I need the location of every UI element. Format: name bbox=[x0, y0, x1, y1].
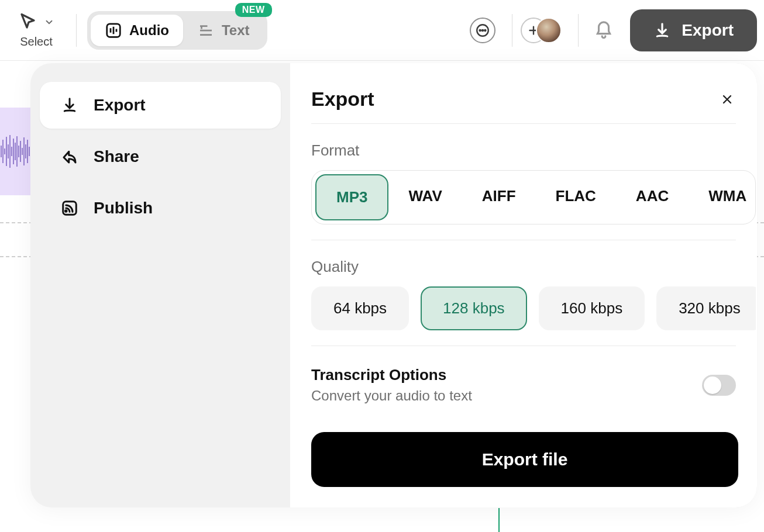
rss-icon bbox=[60, 199, 80, 217]
mode-audio-label: Audio bbox=[129, 22, 169, 39]
divider bbox=[311, 123, 736, 124]
waveform-icon bbox=[105, 22, 122, 39]
sidebar-item-publish[interactable]: Publish bbox=[40, 185, 281, 232]
format-options: MP3 WAV AIFF FLAC AAC WMA bbox=[311, 170, 756, 224]
format-option-aac[interactable]: AAC bbox=[616, 174, 689, 220]
svg-point-2 bbox=[480, 29, 481, 30]
transcript-options-row: Transcript Options Convert your audio to… bbox=[311, 366, 736, 404]
transcript-title: Transcript Options bbox=[311, 366, 472, 384]
avatar[interactable] bbox=[536, 18, 562, 43]
format-option-flac[interactable]: FLAC bbox=[536, 174, 616, 220]
close-button[interactable] bbox=[718, 91, 736, 108]
export-file-button[interactable]: Export file bbox=[311, 432, 738, 487]
quality-section-label: Quality bbox=[311, 258, 736, 276]
export-button[interactable]: Export bbox=[630, 9, 757, 51]
mode-toggle: Audio Text NEW bbox=[87, 11, 267, 50]
sidebar-item-export[interactable]: Export bbox=[40, 82, 281, 129]
quality-option-128[interactable]: 128 kbps bbox=[421, 286, 527, 330]
chat-button[interactable] bbox=[470, 18, 495, 43]
download-icon bbox=[653, 22, 671, 39]
cursor-icon bbox=[18, 12, 39, 33]
format-option-mp3[interactable]: MP3 bbox=[315, 174, 388, 220]
transcript-subtitle: Convert your audio to text bbox=[311, 388, 472, 404]
download-icon bbox=[60, 96, 80, 114]
mode-text[interactable]: Text bbox=[183, 15, 264, 46]
sidebar-item-label: Export bbox=[94, 96, 146, 115]
divider bbox=[311, 346, 736, 346]
select-tool[interactable]: Select bbox=[7, 12, 66, 49]
bell-icon bbox=[594, 20, 614, 40]
quality-option-64[interactable]: 64 kbps bbox=[311, 286, 409, 330]
select-label: Select bbox=[20, 35, 53, 49]
divider bbox=[311, 240, 736, 240]
chat-icon bbox=[475, 23, 490, 38]
svg-point-4 bbox=[485, 29, 486, 30]
format-option-aiff[interactable]: AIFF bbox=[462, 174, 536, 220]
waveform-preview bbox=[0, 108, 30, 195]
quality-options: 64 kbps 128 kbps 160 kbps 320 kbps bbox=[311, 286, 756, 330]
mode-audio[interactable]: Audio bbox=[91, 15, 183, 46]
waveform-icon bbox=[0, 134, 30, 169]
format-section-label: Format bbox=[311, 141, 736, 160]
new-badge: NEW bbox=[235, 3, 272, 17]
toggle-knob bbox=[704, 376, 721, 394]
quality-option-160[interactable]: 160 kbps bbox=[539, 286, 645, 330]
mode-text-label: Text bbox=[222, 22, 250, 39]
share-icon bbox=[60, 148, 80, 165]
close-icon bbox=[720, 92, 734, 106]
format-option-wma[interactable]: WMA bbox=[689, 174, 756, 220]
export-file-button-label: Export file bbox=[482, 450, 568, 469]
separator bbox=[76, 14, 77, 47]
chevron-down-icon bbox=[44, 17, 54, 27]
transcript-toggle[interactable] bbox=[702, 375, 736, 396]
export-modal: Export Share Publish Export Format bbox=[30, 63, 757, 507]
text-icon bbox=[197, 22, 215, 39]
format-option-wav[interactable]: WAV bbox=[388, 174, 462, 220]
separator bbox=[578, 14, 579, 47]
quality-option-320[interactable]: 320 kbps bbox=[656, 286, 756, 330]
sidebar-item-label: Publish bbox=[94, 199, 153, 217]
modal-main: Export Format MP3 WAV AIFF FLAC AAC WMA … bbox=[290, 63, 757, 507]
svg-rect-22 bbox=[63, 202, 77, 215]
svg-point-3 bbox=[482, 29, 483, 30]
export-button-label: Export bbox=[682, 21, 734, 40]
topbar: Select Audio Text NEW bbox=[0, 0, 764, 61]
playhead[interactable] bbox=[498, 508, 500, 532]
sidebar-item-share[interactable]: Share bbox=[40, 133, 281, 180]
modal-title: Export bbox=[311, 88, 374, 110]
separator bbox=[512, 14, 512, 47]
modal-sidebar: Export Share Publish bbox=[30, 63, 290, 507]
topbar-right: Export bbox=[470, 9, 757, 51]
sidebar-item-label: Share bbox=[94, 147, 139, 166]
notifications-button[interactable] bbox=[594, 20, 614, 40]
